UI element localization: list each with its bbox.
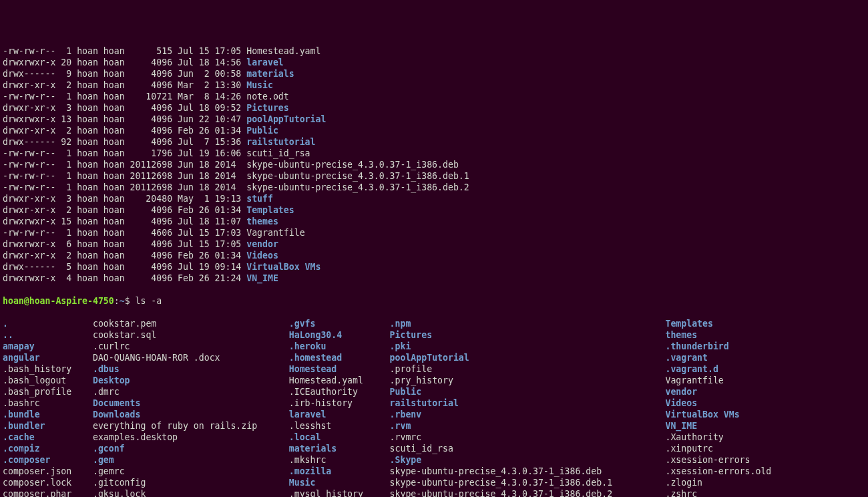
ls-a-output: . .. amapay angular .bash_history .bash_…: [3, 318, 865, 497]
file-name: .: [3, 319, 93, 329]
file-name: amapay: [3, 341, 93, 351]
prompt-path: ~: [120, 296, 125, 306]
file-name: angular: [3, 353, 93, 363]
file-name: materials: [289, 444, 390, 454]
file-name: Desktop: [93, 375, 289, 385]
file-name: Documents: [93, 398, 289, 408]
file-name: .homestead: [289, 353, 390, 363]
file-name: .vagrant.d: [665, 364, 718, 374]
file-name: .bundler: [3, 421, 93, 431]
file-name: VN_IME: [246, 273, 278, 283]
file-name: .rvmrc: [390, 432, 666, 442]
file-name: railstutorial: [390, 398, 666, 408]
file-name: .cache: [3, 432, 93, 442]
file-name: .rvm: [390, 421, 666, 431]
file-name: .xsession-errors: [665, 455, 750, 465]
file-name: cookstar.pem: [93, 319, 289, 329]
file-row: drwxr-xr-x 3 hoan hoan 20480 May 1 19:13…: [3, 193, 865, 204]
ls-a-column: Templatesthemes.thunderbird.vagrant.vagr…: [665, 318, 771, 497]
file-name: .vagrant: [665, 353, 708, 363]
file-row: drwx------ 5 hoan hoan 4096 Jul 19 09:14…: [3, 261, 865, 273]
file-name: composer.phar: [3, 489, 93, 497]
file-name: note.odt: [246, 92, 289, 102]
file-name: .pry_history: [390, 375, 666, 385]
file-name: Vagrantfile: [246, 228, 304, 238]
file-row: drwxr-xr-x 2 hoan hoan 4096 Mar 2 13:30 …: [3, 79, 865, 91]
file-name: .irb-history: [289, 398, 390, 408]
file-row: drwx------ 9 hoan hoan 4096 Jun 2 00:58 …: [3, 68, 865, 79]
file-name: themes: [246, 216, 278, 226]
file-name: Pictures: [246, 103, 289, 113]
file-name: .xinputrc: [665, 444, 712, 454]
file-name: Public: [390, 387, 666, 397]
file-name: scuti_id_rsa: [390, 444, 666, 454]
file-row: drwxr-xr-x 2 hoan hoan 4096 Feb 26 01:34…: [3, 125, 865, 136]
file-name: .gvfs: [289, 319, 390, 329]
file-row: drwxr-xr-x 3 hoan hoan 4096 Jul 18 09:52…: [3, 102, 865, 114]
file-name: Templates: [665, 319, 712, 329]
file-name: .pki: [390, 341, 666, 351]
file-name: VN_IME: [665, 421, 697, 431]
file-name: .ICEauthority: [289, 387, 390, 397]
file-name: cookstar.sql: [93, 330, 289, 340]
file-name: Pictures: [390, 330, 666, 340]
file-row: drwxrwxr-x 13 hoan hoan 4096 Jun 22 10:4…: [3, 114, 865, 125]
file-name: composer.json: [3, 466, 93, 476]
file-name: vendor: [665, 387, 697, 397]
file-name: .gem: [93, 455, 289, 465]
file-name: .mkshrc: [289, 455, 390, 465]
ls-a-column: . .. amapay angular .bash_history .bash_…: [3, 318, 93, 497]
prompt-line-1: hoan@hoan-Aspire-4750:~$ ls -a: [3, 295, 865, 307]
file-name: VirtualBox VMs: [665, 409, 739, 420]
file-name: .Skype: [390, 455, 666, 465]
file-name: .zshrc: [665, 489, 697, 497]
file-name: .local: [289, 432, 390, 442]
file-name: Templates: [246, 205, 294, 215]
file-name: skype-ubuntu-precise_4.3.0.37-1_i386.deb…: [246, 171, 469, 181]
file-name: .rbenv: [390, 409, 666, 420]
file-name: .bundle: [3, 409, 93, 420]
file-name: .lesshst: [289, 421, 390, 431]
file-row: -rw-rw-r-- 1 hoan hoan 10721 Mar 8 14:26…: [3, 91, 865, 102]
file-name: Homestead.yaml: [289, 375, 390, 385]
file-row: drwxrwxr-x 20 hoan hoan 4096 Jul 18 14:5…: [3, 57, 865, 68]
file-name: stuff: [246, 194, 273, 204]
file-name: examples.desktop: [93, 432, 289, 442]
file-row: -rw-rw-r-- 1 hoan hoan 20112698 Jun 18 2…: [3, 182, 865, 193]
file-row: drwx------ 92 hoan hoan 4096 Jul 7 15:36…: [3, 136, 865, 148]
file-name: railstutorial: [246, 137, 315, 147]
file-name: .gksu.lock: [93, 489, 289, 497]
file-name: Music: [246, 80, 273, 90]
file-name: .mozilla: [289, 466, 390, 476]
file-row: -rw-rw-r-- 1 hoan hoan 515 Jul 15 17:05 …: [3, 45, 865, 57]
file-name: HaLong30.4: [289, 330, 390, 340]
file-name: .Xauthority: [665, 432, 723, 442]
file-row: drwxr-xr-x 2 hoan hoan 4096 Feb 26 01:34…: [3, 250, 865, 261]
file-name: vendor: [246, 239, 278, 249]
file-name: poolAppTutorial: [246, 114, 326, 124]
file-row: drwxr-xr-x 2 hoan hoan 4096 Feb 26 01:34…: [3, 204, 865, 216]
ls-l-output: -rw-rw-r-- 1 hoan hoan 515 Jul 15 17:05 …: [3, 45, 865, 284]
file-name: .gconf: [93, 444, 289, 454]
file-row: -rw-rw-r-- 1 hoan hoan 20112698 Jun 18 2…: [3, 170, 865, 182]
file-row: drwxrwxr-x 4 hoan hoan 4096 Feb 26 21:24…: [3, 273, 865, 284]
file-name: .bash_history: [3, 364, 93, 374]
file-name: ..: [3, 330, 93, 340]
file-name: skype-ubuntu-precise_4.3.0.37-1_i386.deb: [390, 466, 666, 476]
file-row: drwxrwxr-x 6 hoan hoan 4096 Jul 15 17:05…: [3, 238, 865, 250]
file-name: skype-ubuntu-precise_4.3.0.37-1_i386.deb…: [390, 489, 666, 497]
file-name: .dbus: [93, 364, 289, 374]
file-name: .xsession-errors.old: [665, 466, 771, 476]
file-name: themes: [665, 330, 697, 340]
file-name: Vagrantfile: [665, 375, 723, 385]
file-name: Downloads: [93, 409, 289, 420]
file-name: laravel: [289, 409, 390, 420]
terminal[interactable]: -rw-rw-r-- 1 hoan hoan 515 Jul 15 17:05 …: [0, 34, 868, 497]
ls-a-column: .npm Pictures .pki poolAppTutorial: [390, 318, 666, 497]
file-name: .curlrc: [93, 341, 289, 351]
file-name: .composer: [3, 455, 93, 465]
file-name: Public: [246, 126, 278, 136]
file-name: .compiz: [3, 444, 93, 454]
file-name: scuti_id_rsa: [246, 148, 310, 158]
file-name: .dmrc: [93, 387, 289, 397]
